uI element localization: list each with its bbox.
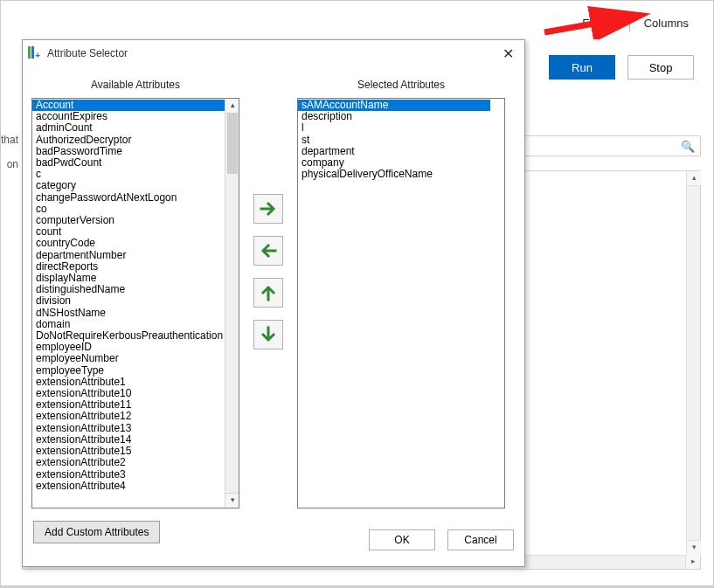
export-link[interactable]: Export <box>577 15 620 31</box>
list-item[interactable]: changePasswordAtNextLogon <box>32 192 225 204</box>
move-left-button[interactable] <box>253 236 283 266</box>
list-item[interactable]: physicalDeliveryOfficeName <box>298 169 490 180</box>
close-icon[interactable]: ✕ <box>496 44 519 63</box>
list-item[interactable]: badPwdCount <box>32 157 225 169</box>
available-scrollbar[interactable] <box>225 99 239 508</box>
stop-button[interactable]: Stop <box>627 55 694 80</box>
attribute-selector-dialog: Attribute Selector ✕ Available Attribute… <box>22 39 525 567</box>
columns-link[interactable]: Columns <box>639 15 694 31</box>
dialog-title-icon <box>28 46 42 60</box>
search-icon: 🔍 <box>681 140 695 153</box>
arrow-down-icon <box>260 326 277 343</box>
move-buttons-column <box>246 79 290 517</box>
available-listbox[interactable]: AccountaccountExpiresadminCountAuthorize… <box>31 98 239 508</box>
list-item[interactable]: countryCode <box>32 238 225 249</box>
selected-header: Selected Attributes <box>357 79 445 91</box>
bg-label-strip: that on <box>1 134 22 183</box>
dialog-title: Attribute Selector <box>47 47 128 59</box>
ok-button[interactable]: OK <box>369 529 435 550</box>
move-up-button[interactable] <box>253 278 283 308</box>
toolbar-separator <box>629 16 630 31</box>
list-item[interactable]: l <box>298 122 490 134</box>
arrow-right-icon <box>260 200 277 218</box>
list-item[interactable]: employeeType <box>32 365 225 377</box>
list-item[interactable]: AuthorizedDecryptor <box>32 135 225 146</box>
move-right-button[interactable] <box>253 194 283 224</box>
run-button[interactable]: Run <box>549 55 615 80</box>
dialog-titlebar: Attribute Selector ✕ <box>23 40 524 66</box>
list-item[interactable]: extensionAttribute4 <box>32 481 225 492</box>
cancel-button[interactable]: Cancel <box>447 529 514 550</box>
list-item[interactable]: description <box>298 111 490 122</box>
list-item[interactable]: division <box>32 295 225 307</box>
results-vscrollbar[interactable] <box>686 171 700 569</box>
available-header: Available Attributes <box>91 79 180 91</box>
action-buttons: Run Stop <box>549 55 694 80</box>
list-item[interactable]: computerVersion <box>32 215 225 226</box>
list-item[interactable]: employeeNumber <box>32 353 225 364</box>
bg-fragment: on <box>1 158 22 170</box>
list-item[interactable]: category <box>32 180 225 191</box>
add-custom-attributes-button[interactable]: Add Custom Attributes <box>33 521 160 543</box>
dialog-body: Available Attributes AccountaccountExpir… <box>23 66 524 517</box>
move-down-button[interactable] <box>253 320 283 349</box>
available-column: Available Attributes AccountaccountExpir… <box>31 79 239 517</box>
top-toolbar: Export Columns <box>577 15 694 31</box>
list-item[interactable]: extensionAttribute3 <box>32 469 225 481</box>
arrow-left-icon <box>260 242 277 259</box>
arrow-up-icon <box>260 284 277 301</box>
list-item[interactable]: extensionAttribute2 <box>32 457 225 468</box>
list-item[interactable]: extensionAttribute12 <box>32 411 225 422</box>
dialog-footer: Add Custom Attributes OK Cancel <box>23 517 524 566</box>
bg-fragment: that <box>1 134 22 146</box>
list-item[interactable]: st <box>298 135 490 146</box>
list-item[interactable]: adminCount <box>32 122 225 134</box>
list-item[interactable]: dNSHostName <box>32 308 225 319</box>
list-item[interactable]: extensionAttribute13 <box>32 423 225 434</box>
list-item[interactable]: departmentNumber <box>32 250 225 261</box>
selected-listbox[interactable]: sAMAccountNamedescriptionlstdepartmentco… <box>297 98 505 508</box>
selected-column: Selected Attributes sAMAccountNamedescri… <box>297 79 505 517</box>
